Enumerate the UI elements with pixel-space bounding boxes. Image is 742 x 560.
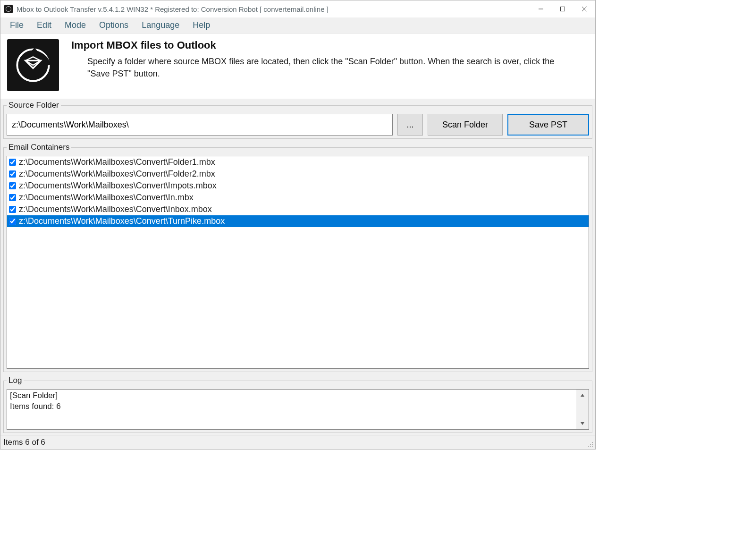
container-checkbox[interactable] xyxy=(9,159,16,166)
svg-rect-1 xyxy=(561,7,565,11)
menu-edit[interactable]: Edit xyxy=(30,18,58,32)
log-scrollbar[interactable] xyxy=(576,390,589,429)
maximize-button[interactable] xyxy=(552,0,573,17)
container-row[interactable]: z:\Documents\Work\Mailboxes\Convert\Turn… xyxy=(7,215,589,227)
container-path: z:\Documents\Work\Mailboxes\Convert\In.m… xyxy=(19,193,194,203)
container-row[interactable]: z:\Documents\Work\Mailboxes\Convert\In.m… xyxy=(7,192,589,204)
menu-help[interactable]: Help xyxy=(186,18,217,32)
source-folder-input[interactable] xyxy=(7,114,393,136)
menu-bar: FileEditModeOptionsLanguageHelp xyxy=(0,17,595,34)
header-panel: Import MBOX files to Outlook Specify a f… xyxy=(0,34,595,99)
save-pst-button[interactable]: Save PST xyxy=(507,114,589,136)
container-checkbox[interactable] xyxy=(9,170,16,178)
container-row[interactable]: z:\Documents\Work\Mailboxes\Convert\Fold… xyxy=(7,168,589,180)
product-logo-icon xyxy=(7,39,59,91)
minimize-button[interactable] xyxy=(530,0,552,17)
container-row[interactable]: z:\Documents\Work\Mailboxes\Convert\Fold… xyxy=(7,156,589,168)
container-path: z:\Documents\Work\Mailboxes\Convert\Fold… xyxy=(19,169,215,179)
scan-folder-button[interactable]: Scan Folder xyxy=(428,114,503,136)
containers-list[interactable]: z:\Documents\Work\Mailboxes\Convert\Fold… xyxy=(7,156,589,369)
container-checkbox[interactable] xyxy=(9,206,16,213)
svg-point-10 xyxy=(592,444,593,445)
scroll-up-icon[interactable] xyxy=(576,390,589,401)
browse-button[interactable]: ... xyxy=(397,114,423,136)
log-group: Log [Scan Folder] Items found: 6 xyxy=(3,376,592,433)
container-path: z:\Documents\Work\Mailboxes\Convert\Turn… xyxy=(19,216,225,226)
email-containers-group: Email Containers z:\Documents\Work\Mailb… xyxy=(3,143,592,372)
container-checkbox[interactable] xyxy=(9,182,16,189)
window-title: Mbox to Outlook Transfer v.5.4.1.2 WIN32… xyxy=(17,5,530,13)
source-folder-group: Source Folder ... Scan Folder Save PST xyxy=(3,101,592,139)
svg-marker-6 xyxy=(581,394,584,397)
container-path: z:\Documents\Work\Mailboxes\Convert\Fold… xyxy=(19,157,215,167)
container-row[interactable]: z:\Documents\Work\Mailboxes\Convert\Inbo… xyxy=(7,204,589,215)
status-bar: Items 6 of 6 xyxy=(0,435,595,449)
status-text: Items 6 of 6 xyxy=(3,438,45,447)
app-icon xyxy=(4,5,13,13)
scroll-down-icon[interactable] xyxy=(576,418,589,429)
titlebar: Mbox to Outlook Transfer v.5.4.1.2 WIN32… xyxy=(0,0,595,17)
email-containers-legend: Email Containers xyxy=(7,143,71,152)
menu-mode[interactable]: Mode xyxy=(58,18,93,32)
container-path: z:\Documents\Work\Mailboxes\Convert\Impo… xyxy=(19,181,217,191)
log-output: [Scan Folder] Items found: 6 xyxy=(7,390,576,429)
menu-options[interactable]: Options xyxy=(93,18,135,32)
svg-marker-7 xyxy=(581,422,584,425)
container-checkbox[interactable] xyxy=(9,218,16,225)
resize-grip-icon[interactable] xyxy=(586,440,594,448)
container-checkbox[interactable] xyxy=(9,194,16,201)
svg-point-9 xyxy=(590,444,591,445)
container-path: z:\Documents\Work\Mailboxes\Convert\Inbo… xyxy=(19,204,212,214)
source-folder-legend: Source Folder xyxy=(7,101,61,110)
svg-point-11 xyxy=(588,446,589,447)
svg-point-13 xyxy=(592,446,593,447)
svg-point-12 xyxy=(590,446,591,447)
menu-language[interactable]: Language xyxy=(135,18,186,32)
close-button[interactable] xyxy=(573,0,595,17)
page-title: Import MBOX files to Outlook xyxy=(71,39,569,51)
page-description: Specify a folder where source MBOX files… xyxy=(87,55,569,80)
log-legend: Log xyxy=(7,376,24,385)
container-row[interactable]: z:\Documents\Work\Mailboxes\Convert\Impo… xyxy=(7,180,589,192)
svg-point-8 xyxy=(592,442,593,443)
menu-file[interactable]: File xyxy=(3,18,30,32)
